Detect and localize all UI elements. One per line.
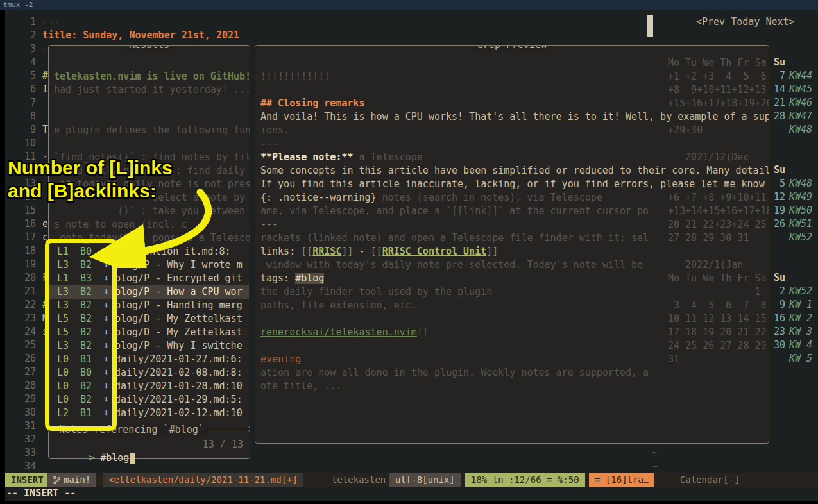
statusline-encoding-label: utf-8[unix] bbox=[395, 473, 455, 487]
line-number: 6 bbox=[5, 83, 36, 96]
calendar-sunday-date: 16 bbox=[769, 312, 785, 325]
line-number: 8 bbox=[5, 110, 36, 123]
preview-line: evening bbox=[260, 353, 301, 366]
calendar-week-number: KW44 bbox=[789, 69, 812, 83]
preview-text: tags: bbox=[260, 273, 295, 284]
calendar-prev-button[interactable]: <Prev bbox=[696, 16, 725, 28]
calendar-nav: <Prev Today Next> bbox=[696, 15, 795, 29]
preview-text: notes (search in notes), via Telescope bbox=[377, 192, 602, 203]
statusline-filename: <ettelkasten/daily/2021-11-21.md[+] bbox=[103, 473, 303, 487]
calendar-ghost-row: Mo Tu We Th Fr Sa bbox=[668, 272, 767, 285]
scrollbar-thumb[interactable] bbox=[647, 15, 653, 37]
buffer-line: e bbox=[42, 217, 48, 231]
calendar-sunday-header: Su bbox=[769, 56, 785, 69]
line-number: 20 bbox=[5, 271, 36, 285]
preview-line: rackets (linked note) and open a Telesco… bbox=[260, 231, 649, 245]
line-number: 24 bbox=[5, 325, 36, 339]
statusline-mode-indicator-label: INSERT bbox=[11, 473, 44, 487]
line-number: 16 bbox=[5, 217, 36, 231]
result-filename: daily/2021-01-28.md:10 bbox=[115, 380, 243, 393]
line-number: 7 bbox=[5, 96, 36, 110]
line-number: 34 bbox=[5, 460, 36, 473]
calendar-week-number: KW48 bbox=[789, 177, 812, 190]
calendar-ghost-row: 17 18 19 20 21 22 bbox=[668, 326, 767, 339]
line-number: 23 bbox=[5, 312, 36, 325]
preview-text: !!!!!!!!!!!! bbox=[260, 71, 330, 82]
preview-line: ation are now all done in the plugin. We… bbox=[260, 366, 649, 380]
result-filename: blog/P - Encrypted git bbox=[115, 272, 243, 285]
line-number: 3 bbox=[5, 42, 36, 56]
statusline-warnings-label: ≡ [16]tra… bbox=[595, 473, 649, 487]
statusline-git-branch-label: main! bbox=[64, 473, 90, 487]
search-input[interactable]: > #blog bbox=[54, 438, 135, 478]
preview-text: - bbox=[354, 246, 371, 257]
line-number: 27 bbox=[5, 365, 36, 379]
line-number: 28 bbox=[5, 379, 36, 392]
preview-text: --- bbox=[260, 219, 278, 230]
calendar-week-number: KW 4 bbox=[789, 339, 812, 352]
calendar-ghost-row: 2021/12(Dec bbox=[685, 151, 749, 164]
calendar-sunday-date: 19 bbox=[769, 204, 785, 217]
calendar-sunday-date: 21 bbox=[769, 96, 785, 110]
line-number: 25 bbox=[5, 339, 36, 352]
statusline-filename-label: <ettelkasten/daily/2021-11-21.md[+] bbox=[108, 473, 298, 487]
result-filename: blog/D - My Zettelkast bbox=[115, 326, 243, 339]
line-number: 10 bbox=[5, 137, 36, 150]
preview-text: !! bbox=[417, 326, 429, 338]
result-counter: 13 / 13 bbox=[203, 438, 243, 451]
preview-text: Some concepts in this article have been … bbox=[260, 165, 769, 176]
preview-text: the daily finder tool used by the plugin bbox=[260, 286, 492, 298]
line-number: 29 bbox=[5, 392, 36, 406]
line-number: 9 bbox=[5, 123, 36, 137]
result-filename: daily/2021-02-08.md:8: bbox=[115, 366, 243, 380]
result-filename: blog/P - Why I switche bbox=[115, 339, 243, 353]
preview-line: Some concepts in this article have been … bbox=[260, 164, 769, 178]
preview-line: **Please note:** a Telescope bbox=[260, 151, 423, 164]
line-number: 5 bbox=[5, 69, 36, 83]
note-link[interactable]: RRISC Control Unit bbox=[382, 246, 487, 257]
text-cursor bbox=[130, 453, 135, 464]
line-number: 15 bbox=[5, 204, 36, 217]
preview-line: ions. bbox=[260, 124, 289, 137]
calendar-week-number: KW46 bbox=[789, 96, 812, 110]
preview-text: ame, via Telescope, and place a `[[link]… bbox=[260, 205, 649, 217]
calendar-week-number: KW50 bbox=[789, 204, 812, 217]
calendar-week-number: KW49 bbox=[789, 190, 812, 204]
calendar-sunday-date: 2 bbox=[769, 285, 785, 298]
note-link[interactable]: RRISC bbox=[312, 246, 341, 257]
line-number: 19 bbox=[5, 258, 36, 271]
calendar-week-number: KW 2 bbox=[789, 312, 812, 325]
result-filename: blog/D - My Zettelkast bbox=[115, 312, 243, 326]
line-number: 32 bbox=[5, 433, 36, 446]
calendar-ghost-row: +8 9+10+11+12+13 bbox=[668, 83, 767, 97]
tag-highlight: #blog bbox=[295, 273, 324, 284]
preview-text: **Please note:** bbox=[260, 151, 354, 163]
statusline-position-label: 18% ln :12/66 ≡ %:50 bbox=[471, 473, 579, 487]
calendar-ghost-row: 27 28 29 30 31 bbox=[668, 231, 749, 245]
line-number: 21 bbox=[5, 285, 36, 298]
preview-line: {: .notice--warning} notes (search in no… bbox=[260, 191, 602, 205]
preview-line: ## Closing remarks bbox=[260, 97, 365, 110]
preview-text: And voila! This is how a CPU works! That… bbox=[260, 111, 769, 122]
calendar-today-button[interactable]: Today bbox=[731, 16, 760, 28]
mode-message: -- INSERT -- bbox=[6, 487, 76, 500]
line-number: 30 bbox=[5, 406, 36, 419]
calendar-week-number: KW51 bbox=[789, 217, 812, 231]
calendar-next-button[interactable]: Next> bbox=[765, 16, 794, 28]
calendar-ghost-row: 20 21 22+23+24 25 bbox=[668, 218, 767, 231]
preview-text: If you find this article inaccurate, lac… bbox=[260, 178, 765, 190]
buffer-line: - bbox=[42, 42, 48, 56]
preview-line: window with today's daily note pre-selec… bbox=[260, 258, 643, 272]
calendar-ghost-row: 24 25 26 27 28 29 bbox=[668, 339, 767, 353]
calendar-ghost-row: 3 4 5 6 7 8 bbox=[668, 299, 767, 312]
results-ghost-line: had just started it yesterday! ... bbox=[54, 83, 250, 97]
preview-text: window with today's daily note pre-selec… bbox=[260, 259, 643, 271]
calendar-sunday-date: 26 bbox=[769, 217, 785, 231]
statusline-calendar-status-label: __Calendar[-] bbox=[669, 473, 740, 487]
tmux-title: tmux -2 bbox=[3, 1, 33, 9]
preview-text: evening bbox=[260, 353, 301, 365]
calendar-week-number: KW48 bbox=[789, 123, 812, 137]
preview-text: ## Closing remarks bbox=[260, 97, 365, 109]
preview-text: ]] bbox=[486, 246, 498, 257]
tmux-status-bar: tmux -2 bbox=[0, 0, 818, 10]
